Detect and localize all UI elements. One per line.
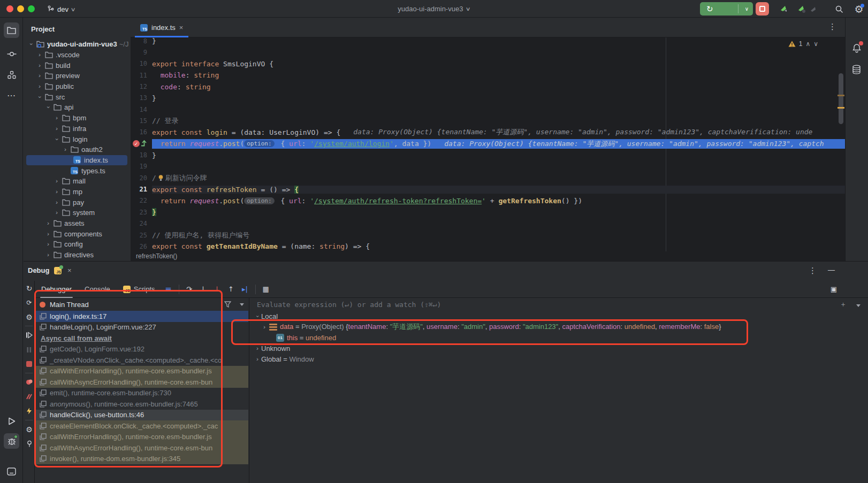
tree-item-mall[interactable]: ›mall [24, 176, 130, 187]
resume-refresh-icon[interactable]: ⟳ [24, 295, 35, 310]
gutter[interactable]: 18 [131, 151, 152, 159]
tree-item-directives[interactable]: ›directives [24, 250, 130, 260]
rerun-debug-button[interactable]: ↻ ∨ [700, 2, 753, 16]
resume-program-icon[interactable] [24, 328, 35, 342]
frame-row[interactable]: callWithAsyncErrorHandling(), runtime-co… [35, 377, 248, 388]
debug-session-close-icon[interactable]: × [67, 266, 72, 274]
gutter[interactable]: 24 [131, 220, 152, 227]
structure-toolwindow-button[interactable] [4, 67, 19, 82]
gutter[interactable]: 10 [131, 60, 152, 67]
code-line-22[interactable]: 22 return request.post(option: { url: '/… [131, 195, 845, 206]
prev-problem-icon[interactable]: ∧ [805, 40, 810, 48]
code-line-26[interactable]: 26export const getTenantIdByName = (name… [131, 241, 845, 251]
chevron-collapsed-icon[interactable]: › [34, 73, 44, 79]
chevron-collapsed-icon[interactable]: › [34, 63, 44, 68]
settings-gear-icon[interactable]: ⚙ [853, 4, 865, 14]
step-over-icon[interactable]: ↷ [182, 283, 196, 295]
view-breakpoints-icon[interactable] [24, 389, 35, 404]
add-watch-plus-icon[interactable]: ＋ [840, 300, 847, 309]
debug-minimize-icon[interactable]: — [828, 266, 835, 274]
profiler-pause-icon[interactable] [796, 4, 808, 14]
frame-row[interactable]: getCode(), LoginForm.vue:192 [35, 344, 248, 355]
threads-view-icon[interactable]: ≡ [162, 283, 176, 295]
search-everywhere-icon[interactable] [833, 4, 845, 14]
code-editor[interactable]: 8}910export interface SmsLoginVO {11 mob… [131, 37, 845, 251]
code-line-16[interactable]: 16export const login = (data: UserLoginV… [131, 127, 845, 138]
code-line-9[interactable]: 9 [131, 47, 845, 58]
intention-bulb-icon[interactable] [157, 174, 164, 181]
code-line-23[interactable]: 23} [131, 206, 845, 218]
gutter[interactable]: 15 [131, 117, 152, 125]
gutter[interactable]: 9 [131, 49, 152, 56]
gutter[interactable]: 13 [131, 94, 152, 102]
tree-item-infra[interactable]: ›infra [24, 124, 130, 134]
variable-row[interactable]: ›data = Proxy(Object) {tenantName: "芋道源码… [249, 321, 868, 332]
commit-toolwindow-button[interactable] [4, 46, 19, 62]
thread-dropdown-icon[interactable] [240, 303, 244, 306]
chevron-expanded-icon[interactable]: › [255, 312, 261, 320]
rerun-icon[interactable]: ↻ [24, 281, 35, 295]
chevron-collapsed-icon[interactable]: › [34, 52, 44, 58]
tree-item-yudao-ui-admin-vue3[interactable]: ›yudao-ui-admin-vue3~/J [24, 39, 130, 50]
tree-item-src[interactable]: ›src [24, 91, 130, 102]
gutter[interactable]: 12 [131, 83, 152, 90]
tab-index-ts[interactable]: TS index.ts × [135, 18, 188, 37]
gutter[interactable]: 14 [131, 106, 152, 113]
filter-funnel-icon[interactable] [224, 301, 231, 308]
code-line-15[interactable]: 15// 登录 [131, 115, 845, 126]
code-line-25[interactable]: 25// 使用租户名, 获得租户编号 [131, 229, 845, 241]
tree-item-build[interactable]: ›build [24, 60, 130, 71]
force-step-into-icon[interactable]: ↓ [210, 283, 224, 295]
chevron-collapsed-icon[interactable]: › [51, 189, 62, 195]
stop-button[interactable] [756, 2, 769, 16]
code-line-18[interactable]: 18} [131, 149, 845, 160]
chevron-collapsed-icon[interactable]: › [51, 210, 62, 216]
tab-debugger[interactable]: Debugger [35, 281, 78, 298]
gutter[interactable]: 16 [131, 128, 152, 136]
layout-settings-gear-icon[interactable]: ⚙ [24, 422, 35, 436]
tree-item-public[interactable]: ›public [24, 81, 130, 92]
breakpoint-icon[interactable]: ✓ [133, 140, 140, 147]
run-toolwindow-button[interactable] [4, 413, 19, 429]
tree-item-config[interactable]: ›config [24, 239, 130, 250]
frame-row[interactable]: invoker(), runtime-dom.esm-bundler.js:34… [35, 454, 248, 465]
force-step-lightning-icon[interactable] [24, 404, 35, 418]
tab-options-kebab-icon[interactable]: ⋮ [828, 22, 836, 32]
step-into-icon[interactable]: ↓ [196, 283, 210, 295]
code-line-20[interactable]: 20/刷新访问令牌 [131, 172, 845, 183]
debug-options-kebab-icon[interactable]: ⋮ [809, 266, 817, 275]
frame-row[interactable]: anonymous(), runtime-core.esm-bundler.js… [35, 398, 248, 410]
tree-item-mp[interactable]: ›mp [24, 187, 130, 197]
frame-row[interactable]: _createVNode.onClick._cache.<computed>._… [35, 355, 248, 366]
chevron-collapsed-icon[interactable]: › [51, 178, 62, 184]
gutter[interactable]: 26 [131, 243, 152, 250]
code-line-12[interactable]: 12 code: string [131, 81, 845, 92]
chevron-collapsed-icon[interactable]: › [34, 83, 44, 89]
tree-item-bpm[interactable]: ›bpm [24, 113, 130, 124]
code-line-17[interactable]: ✓ return request.post(option: { url: '/s… [131, 138, 845, 149]
code-line-19[interactable]: 19 [131, 161, 845, 172]
frame-row[interactable]: createElementBlock.onClick._cache.<compu… [35, 420, 248, 432]
frame-row[interactable]: handleClick(), use-button.ts:46 [35, 410, 248, 421]
run-to-cursor-icon[interactable]: ▸| [238, 283, 252, 295]
tree-item-index-ts[interactable]: TSindex.ts [26, 155, 127, 166]
gutter[interactable]: 23 [131, 209, 152, 216]
gutter[interactable]: 19 [131, 163, 152, 170]
code-line-11[interactable]: 11 mobile: string [131, 70, 845, 81]
code-line-24[interactable]: 24 [131, 218, 845, 229]
frame-row[interactable]: Async call from await [35, 333, 248, 344]
chevron-collapsed-icon[interactable]: › [51, 200, 62, 205]
chevron-collapsed-icon[interactable]: › [51, 115, 62, 121]
chevron-collapsed-icon[interactable]: › [43, 231, 53, 237]
project-toolwindow-button[interactable] [4, 22, 19, 38]
variable-row[interactable]: ›Unknown [249, 343, 868, 354]
tree-item-preview[interactable]: ›preview [24, 71, 130, 81]
tree-item-oauth2[interactable]: ›oauth2 [24, 144, 130, 155]
code-line-21[interactable]: 21export const refreshToken = () => { [131, 183, 845, 195]
chevron-collapsed-icon[interactable]: › [260, 324, 269, 330]
gutter[interactable]: ✓ [131, 139, 152, 148]
frame-row[interactable]: callWithAsyncErrorHandling(), runtime-co… [35, 442, 248, 454]
chevron-collapsed-icon[interactable]: › [43, 241, 53, 247]
gutter[interactable]: 25 [131, 232, 152, 239]
code-line-10[interactable]: 10export interface SmsLoginVO { [131, 58, 845, 70]
